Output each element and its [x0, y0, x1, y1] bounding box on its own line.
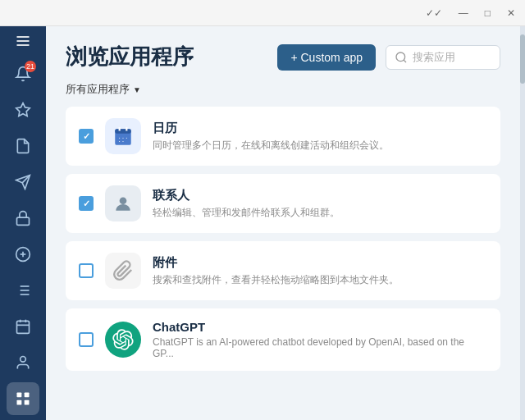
app-icon-contact [105, 185, 141, 221]
svg-point-20 [21, 357, 26, 363]
sidebar-item-lock[interactable] [7, 202, 39, 235]
svg-point-31 [118, 137, 121, 139]
svg-point-25 [396, 52, 405, 62]
filter-label: 所有应用程序 [66, 82, 130, 97]
app-info-attachments: 附件 搜索和查找附件，查看并轻松拖动缩略图到本地文件夹。 [153, 255, 487, 287]
svg-point-35 [121, 140, 124, 143]
sidebar-item-calendar[interactable] [7, 310, 39, 343]
sidebar-item-add[interactable] [7, 238, 39, 271]
app-checkbox-chatgpt[interactable] [79, 332, 94, 347]
app-name: 附件 [153, 255, 487, 271]
sidebar-item-notifications[interactable]: 21 [7, 57, 39, 90]
list-item: 日历 同时管理多个日历，在线和离线创建活动和组织会议。 [66, 107, 500, 166]
sidebar-item-grid[interactable] [7, 382, 39, 415]
main-layout: 21 [0, 26, 525, 420]
app-checkbox-attachments[interactable] [79, 263, 94, 278]
svg-point-34 [118, 140, 121, 143]
svg-point-33 [126, 137, 128, 139]
app-info-contacts: 联系人 轻松编辑、管理和发邮件给联系人和组群。 [153, 188, 487, 220]
svg-marker-3 [16, 103, 30, 116]
app-name: 联系人 [153, 188, 487, 203]
chevron-down-icon: ▼ [133, 85, 141, 94]
sidebar-item-send[interactable] [7, 166, 39, 199]
app-desc: 搜索和查找附件，查看并轻松拖动缩略图到本地文件夹。 [153, 273, 487, 287]
app-desc: 同时管理多个日历，在线和离线创建活动和组织会议。 [153, 139, 487, 153]
sidebar-item-documents[interactable] [7, 130, 39, 162]
right-scrollbar[interactable] [520, 26, 525, 420]
search-input[interactable] [413, 51, 491, 63]
svg-rect-24 [25, 400, 30, 405]
sidebar-item-list[interactable] [7, 274, 39, 307]
sidebar-top-items: 21 [0, 56, 46, 272]
svg-rect-22 [25, 393, 30, 398]
title-bar: ✓✓ — □ ✕ [0, 0, 525, 26]
sidebar-bottom-items [0, 272, 46, 420]
app-desc: 轻松编辑、管理和发邮件给联系人和组群。 [153, 206, 487, 220]
content-header: 浏览应用程序 + Custom app [46, 26, 520, 81]
scrollbar-thumb[interactable] [520, 34, 525, 84]
list-item: ChatGPT ChatGPT is an AI-powered chatbot… [66, 308, 500, 371]
sidebar: 21 [0, 26, 46, 420]
filter-bar: 所有应用程序 ▼ [46, 81, 520, 107]
app-desc: ChatGPT is an AI-powered chatbot develop… [153, 336, 487, 359]
sidebar-item-starred[interactable] [7, 94, 39, 126]
filter-dropdown[interactable]: 所有应用程序 ▼ [66, 82, 141, 97]
app-info-chatgpt: ChatGPT ChatGPT is an AI-powered chatbot… [153, 320, 487, 359]
close-button[interactable]: ✕ [504, 6, 518, 21]
svg-rect-21 [17, 393, 22, 398]
notification-badge: 21 [25, 61, 36, 72]
content-area: 浏览应用程序 + Custom app 所有应用程序 ▼ [46, 26, 520, 420]
app-icon-calendar [105, 118, 141, 154]
svg-point-36 [120, 197, 127, 204]
app-info-calendar: 日历 同时管理多个日历，在线和离线创建活动和组织会议。 [153, 121, 487, 153]
app-name: 日历 [153, 121, 487, 136]
sidebar-item-user[interactable] [7, 346, 39, 379]
app-checkbox-calendar[interactable] [79, 129, 94, 144]
sidebar-menu-icon[interactable] [7, 33, 39, 49]
search-icon [395, 51, 408, 64]
list-item: 联系人 轻松编辑、管理和发邮件给联系人和组群。 [66, 174, 500, 233]
search-box [386, 45, 500, 70]
page-title: 浏览应用程序 [66, 43, 194, 71]
svg-rect-6 [17, 217, 30, 225]
svg-rect-23 [17, 400, 22, 405]
app-icon-chatgpt [105, 322, 141, 358]
maximize-button[interactable]: □ [482, 6, 494, 21]
app-checkbox-contacts[interactable] [79, 196, 94, 211]
header-right: + Custom app [277, 44, 500, 71]
minimize-button[interactable]: — [455, 6, 472, 21]
svg-point-32 [121, 137, 124, 139]
svg-rect-28 [115, 129, 131, 133]
double-check-icon: ✓✓ [422, 6, 445, 21]
svg-line-26 [404, 60, 406, 62]
list-item: 附件 搜索和查找附件，查看并轻松拖动缩略图到本地文件夹。 [66, 241, 500, 300]
svg-rect-16 [17, 321, 30, 333]
app-name: ChatGPT [153, 320, 487, 334]
custom-app-button[interactable]: + Custom app [277, 44, 376, 71]
app-list: 日历 同时管理多个日历，在线和离线创建活动和组织会议。 联系人 轻松编辑、管理和… [46, 107, 520, 420]
app-icon-attach [105, 253, 141, 289]
